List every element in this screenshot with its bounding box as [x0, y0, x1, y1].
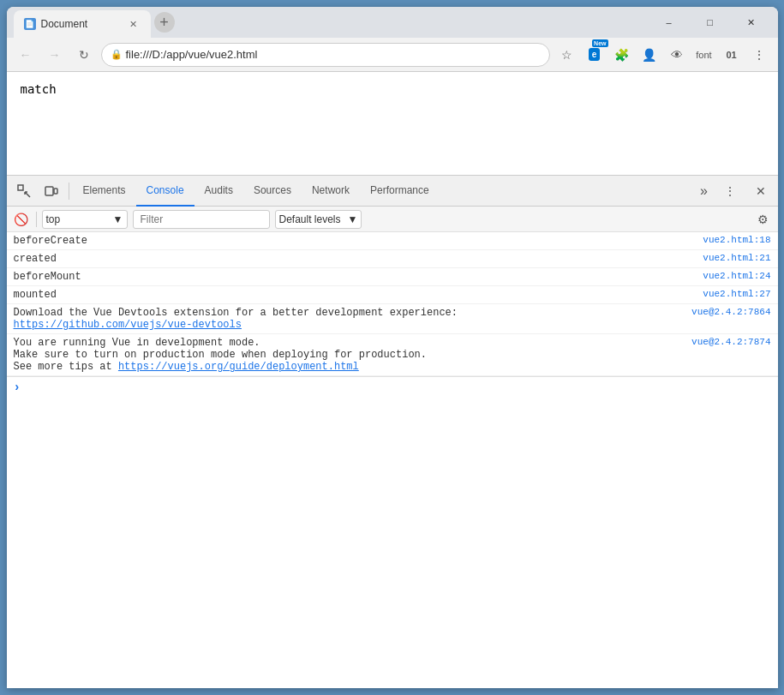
tab-title: Document [41, 18, 88, 30]
url-text: file:///D:/app/vue/vue2.html [126, 48, 258, 61]
extension-icon[interactable]: 🧩 [610, 43, 634, 67]
console-msg-created: created [14, 253, 690, 265]
tab-audits[interactable]: Audits [195, 176, 243, 207]
devtools-right-buttons: ⋮ ✕ [716, 177, 775, 205]
devtools-tabs: Elements Console Audits Sources Network … [7, 176, 778, 207]
svg-rect-1 [45, 187, 53, 195]
levels-value: Default levels [279, 213, 341, 225]
page-content: match [7, 72, 778, 175]
toolbar-separator [36, 212, 37, 227]
edge-icon-label: e [592, 50, 597, 59]
url-bar[interactable]: 🔒 file:///D:/app/vue/vue2.html [101, 43, 550, 67]
console-msg-beforemount: beforeMount [14, 271, 690, 283]
new-tab-button[interactable]: + [154, 12, 175, 33]
console-msg-beforecreate: beforeCreate [14, 235, 690, 247]
devtools-panel: Elements Console Audits Sources Network … [7, 175, 778, 688]
console-row-beforecreate: beforeCreate vue2.html:18 [7, 232, 778, 250]
console-settings-button[interactable]: ⚙ [754, 210, 773, 229]
browser-window: 📄 Document ✕ + – □ ✕ ← → ↻ 🔒 file:///D:/… [7, 7, 778, 688]
window-controls: – □ ✕ [649, 7, 771, 38]
forward-button[interactable]: → [43, 43, 67, 67]
tab-console[interactable]: Console [136, 176, 195, 207]
console-row-devmode: You are running Vue in development mode.… [7, 334, 778, 376]
levels-dropdown-icon: ▼ [348, 213, 358, 225]
eye-icon[interactable]: 👁 [665, 43, 689, 67]
filter-input[interactable] [133, 210, 270, 229]
tab-performance[interactable]: Performance [360, 176, 440, 207]
context-dropdown-icon: ▼ [113, 213, 123, 225]
console-msg-mounted: mounted [14, 289, 690, 301]
tab-network[interactable]: Network [302, 176, 360, 207]
console-msg-devtools: Download the Vue Devtools extension for … [14, 307, 679, 331]
menu-icon[interactable]: ⋮ [747, 43, 771, 67]
deployment-link[interactable]: https://vuejs.org/guide/deployment.html [118, 361, 359, 373]
more-options-button[interactable]: ⋮ [716, 177, 744, 205]
toolbar-icons: ☆ e New 🧩 👤 👁 font 01 ⋮ [555, 43, 771, 67]
edge-new-icon[interactable]: e New [583, 43, 607, 67]
maximize-button[interactable]: □ [691, 7, 730, 38]
new-badge: New [592, 39, 607, 47]
minimize-button[interactable]: – [649, 7, 689, 38]
console-source-devtools[interactable]: vue@2.4.2:7864 [691, 307, 770, 317]
tab-close-button[interactable]: ✕ [127, 17, 141, 31]
page-text: match [21, 82, 57, 96]
device-toolbar-icon[interactable] [38, 177, 65, 205]
console-input-row: › [7, 376, 778, 398]
svg-rect-2 [54, 189, 57, 194]
context-selector[interactable]: top ▼ [42, 210, 128, 229]
levels-selector[interactable]: Default levels ▼ [275, 210, 362, 229]
svg-rect-0 [18, 185, 23, 190]
console-prompt: › [14, 380, 21, 394]
browser-tab[interactable]: 📄 Document ✕ [14, 10, 151, 38]
devtools-separator [69, 183, 69, 200]
close-devtools-button[interactable]: ✕ [747, 177, 775, 205]
console-output: beforeCreate vue2.html:18 created vue2.h… [7, 232, 778, 688]
console-source-mounted[interactable]: vue2.html:27 [703, 289, 770, 299]
tab-sources[interactable]: Sources [243, 176, 302, 207]
console-row-created: created vue2.html:21 [7, 250, 778, 268]
security-icon[interactable]: 01 [720, 43, 744, 67]
profile-icon[interactable]: 👤 [637, 43, 661, 67]
console-toolbar: 🚫 top ▼ Default levels ▼ ⚙ [7, 207, 778, 232]
url-lock-icon: 🔒 [111, 49, 123, 60]
more-tabs-button[interactable]: » [692, 179, 716, 203]
font-icon[interactable]: font [692, 43, 716, 67]
console-msg-devmode: You are running Vue in development mode.… [14, 337, 679, 373]
close-button[interactable]: ✕ [732, 7, 771, 38]
console-source-beforecreate[interactable]: vue2.html:18 [703, 235, 770, 245]
tab-elements[interactable]: Elements [73, 176, 136, 207]
clear-console-button[interactable]: 🚫 [12, 210, 31, 229]
devtools-link[interactable]: https://github.com/vuejs/vue-devtools [14, 319, 242, 331]
tab-favicon: 📄 [24, 18, 36, 30]
console-row-beforemount: beforeMount vue2.html:24 [7, 268, 778, 286]
inspect-element-icon[interactable] [10, 177, 38, 205]
context-value: top [46, 213, 61, 225]
console-source-devmode[interactable]: vue@2.4.2:7874 [691, 337, 770, 347]
title-bar: 📄 Document ✕ + – □ ✕ [7, 7, 778, 38]
bookmark-icon[interactable]: ☆ [555, 43, 579, 67]
console-row-mounted: mounted vue2.html:27 [7, 286, 778, 304]
console-row-devtools: Download the Vue Devtools extension for … [7, 304, 778, 334]
console-source-beforemount[interactable]: vue2.html:24 [703, 271, 770, 281]
console-source-created[interactable]: vue2.html:21 [703, 253, 770, 263]
back-button[interactable]: ← [14, 43, 38, 67]
reload-button[interactable]: ↻ [72, 43, 96, 67]
address-bar: ← → ↻ 🔒 file:///D:/app/vue/vue2.html ☆ e… [7, 38, 778, 72]
